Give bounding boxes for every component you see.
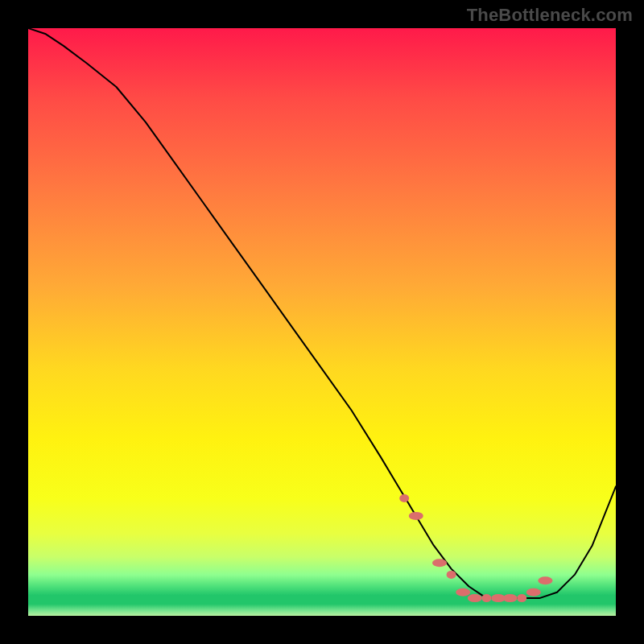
watermark-text: TheBottleneck.com	[467, 5, 633, 26]
optimal-marker	[447, 571, 456, 579]
curve-svg	[28, 28, 616, 616]
optimal-marker	[503, 594, 518, 602]
optimal-marker	[409, 512, 423, 520]
bottleneck-curve	[28, 28, 616, 598]
optimal-marker	[526, 588, 541, 597]
optimal-marker	[481, 594, 491, 602]
optimal-marker	[538, 576, 552, 584]
marker-group	[399, 494, 552, 602]
optimal-marker	[399, 494, 409, 502]
optimal-marker	[468, 594, 482, 602]
optimal-marker	[432, 559, 447, 567]
optimal-marker	[517, 594, 526, 602]
plot-area	[28, 28, 616, 616]
optimal-marker	[456, 588, 470, 597]
chart-frame: TheBottleneck.com	[0, 0, 644, 644]
